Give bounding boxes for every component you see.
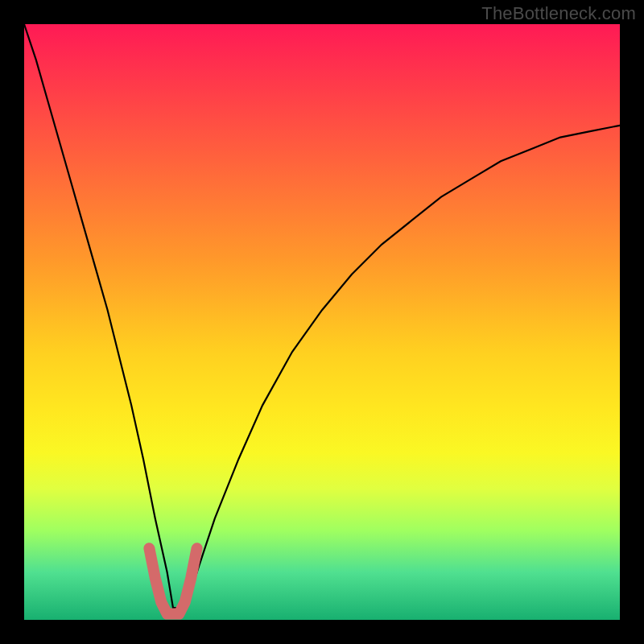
chart-svg (24, 24, 620, 620)
watermark-text: TheBottleneck.com (481, 3, 636, 24)
chart-frame: TheBottleneck.com (0, 0, 644, 644)
bottleneck-curve (24, 24, 620, 608)
